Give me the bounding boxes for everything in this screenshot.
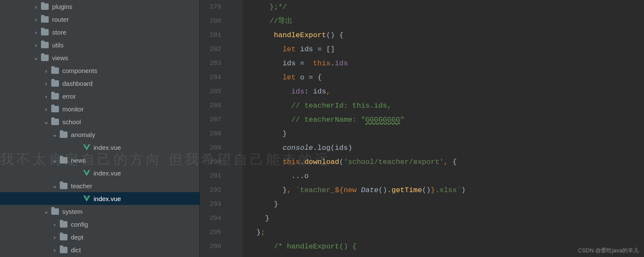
tree-item-utils[interactable]: ›utils <box>0 38 199 51</box>
folder-icon <box>51 93 59 99</box>
code-line[interactable]: ids = this.ids <box>248 56 644 70</box>
code-line[interactable]: } <box>248 211 644 225</box>
line-number: 290 <box>200 155 221 169</box>
code-line[interactable]: let o = { <box>248 70 644 85</box>
code-line[interactable]: this.download('school/teacher/export', { <box>248 155 644 169</box>
chevron-icon: › <box>43 105 50 113</box>
tree-item-label: config <box>71 221 88 228</box>
tree-item-label: error <box>62 93 76 100</box>
chevron-icon: ⌄ <box>51 131 58 138</box>
tree-item-label: news <box>71 157 86 164</box>
tree-item-monitor[interactable]: ›monitor <box>0 102 199 115</box>
tree-item-index-vue[interactable]: index.vue <box>0 192 199 205</box>
fold-column <box>230 0 243 257</box>
tree-item-label: teacher <box>71 182 92 190</box>
chevron-icon: › <box>51 234 58 241</box>
tree-item-label: utils <box>52 41 64 49</box>
code-line[interactable]: let ids = [] <box>248 42 644 56</box>
tree-item-label: store <box>52 29 66 36</box>
tree-item-label: system <box>62 208 83 215</box>
tree-item-dict[interactable]: ›dict <box>0 243 199 256</box>
folder-icon <box>51 119 59 125</box>
tree-item-error[interactable]: ›error <box>0 90 199 102</box>
folder-icon <box>60 247 67 253</box>
tree-item-dept[interactable]: ›dept <box>0 231 199 243</box>
folder-icon <box>51 80 59 87</box>
code-line[interactable]: };*/ <box>248 0 644 14</box>
code-line[interactable]: console.log(ids) <box>248 141 644 155</box>
chevron-icon: ⌄ <box>43 118 50 126</box>
line-number: 291 <box>200 169 221 183</box>
vue-icon <box>83 196 90 202</box>
code-line[interactable]: } <box>248 127 644 141</box>
line-number: 286 <box>200 99 221 113</box>
line-number: 281 <box>200 28 221 42</box>
tree-item-anomaly[interactable]: ⌄anomaly <box>0 128 199 141</box>
line-number: 296 <box>200 239 221 254</box>
tree-item-label: index.vue <box>94 144 121 151</box>
tree-item-config[interactable]: ›config <box>0 218 199 231</box>
line-number: 283 <box>200 56 221 70</box>
line-number: 295 <box>200 225 221 239</box>
tree-item-dashboard[interactable]: ›dashboard <box>0 77 199 90</box>
tree-item-index-vue[interactable]: index.vue <box>0 166 199 179</box>
tree-item-label: school <box>62 118 81 126</box>
code-line[interactable]: }, `teacher_${new Date().getTime()}.xlsx… <box>248 183 644 197</box>
tree-item-system[interactable]: ⌄system <box>0 205 199 218</box>
tree-item-router[interactable]: ›router <box>0 13 199 26</box>
folder-icon <box>41 55 49 61</box>
tree-item-teacher[interactable]: ⌄teacher <box>0 179 199 192</box>
chevron-icon: › <box>51 221 58 228</box>
chevron-icon: ⌄ <box>43 207 50 215</box>
tree-item-label: anomaly <box>71 131 95 138</box>
tree-item-index-vue[interactable]: index.vue <box>0 141 199 154</box>
tree-item-label: index.vue <box>94 169 121 177</box>
line-number: 284 <box>200 70 221 85</box>
tree-item-school[interactable]: ⌄school <box>0 115 199 128</box>
folder-icon <box>60 183 67 189</box>
code-line[interactable]: //导出 <box>248 14 644 28</box>
chevron-icon: › <box>32 41 39 49</box>
line-number: 293 <box>200 197 221 211</box>
tree-item-label: components <box>62 67 97 74</box>
code-line[interactable]: } <box>248 197 644 211</box>
folder-icon <box>41 16 49 23</box>
folder-icon <box>60 234 67 240</box>
tree-item-label: dashboard <box>62 80 93 87</box>
chevron-icon: ⌄ <box>51 156 58 164</box>
folder-icon <box>51 67 59 74</box>
tree-item-label: router <box>52 16 69 23</box>
folder-icon <box>60 157 67 164</box>
folder-icon <box>51 106 59 112</box>
vue-icon <box>83 170 90 176</box>
line-number: 285 <box>200 85 221 99</box>
code-line[interactable]: ...o <box>248 169 644 183</box>
folder-icon <box>41 3 49 10</box>
chevron-icon: › <box>43 93 50 100</box>
chevron-icon: › <box>51 246 58 254</box>
tree-item-label: views <box>52 54 68 61</box>
code-line[interactable]: ids: ids, <box>248 85 644 99</box>
code-line[interactable]: // teacherName: "GGGGGGGG" <box>248 113 644 127</box>
code-line[interactable]: handleExport() { <box>248 28 644 42</box>
tree-item-views[interactable]: ⌄views <box>0 51 199 64</box>
tree-item-plugins[interactable]: ›plugins <box>0 0 199 13</box>
vue-icon <box>83 144 90 150</box>
chevron-icon: › <box>43 67 50 74</box>
tree-item-store[interactable]: ›store <box>0 26 199 38</box>
code-line[interactable]: // teacherId: this.ids, <box>248 99 644 113</box>
chevron-icon: › <box>43 80 50 87</box>
file-tree-sidebar: ›plugins›router›store›utils⌄views›compon… <box>0 0 200 257</box>
chevron-icon: › <box>32 29 39 36</box>
code-line[interactable]: }; <box>248 225 644 239</box>
code-editor: 2792802812822832842852862872882892902912… <box>200 0 644 257</box>
line-number: 288 <box>200 127 221 141</box>
chevron-icon: › <box>32 3 39 10</box>
tree-item-label: monitor <box>62 105 84 113</box>
code-area[interactable]: };*/ //导出 handleExport() { let ids = [] … <box>243 0 644 257</box>
tree-item-components[interactable]: ›components <box>0 64 199 77</box>
csdn-attribution: CSDN @爱吃java的羊儿 <box>578 247 639 254</box>
folder-icon <box>60 131 67 138</box>
tree-item-news[interactable]: ⌄news <box>0 154 199 166</box>
tree-item-label: dept <box>71 234 83 241</box>
